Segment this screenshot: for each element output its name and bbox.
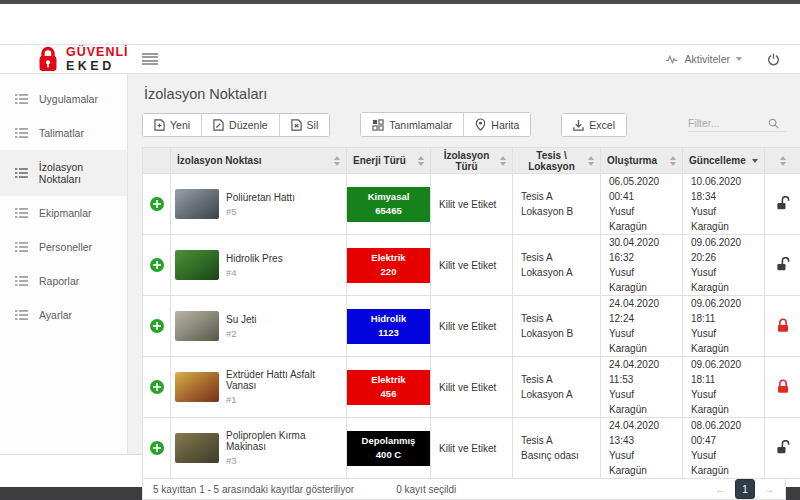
sidebar-item-raporlar[interactable]: Raporlar (0, 264, 127, 298)
lock-icon[interactable] (776, 379, 790, 394)
sidebar-item-label: Ayarlar (39, 309, 72, 321)
sidebar-nav: Uygulamalar Talimatlar İzolasyon Noktala… (0, 74, 128, 454)
pagination: ← 1 → (715, 479, 775, 499)
file-plus-icon (154, 119, 165, 131)
table-row[interactable]: Extrüder Hattı Asfalt Vanası#1 Elektrik4… (143, 357, 800, 418)
activities-label: Aktiviteler (684, 53, 730, 65)
top-whitespace (0, 4, 800, 44)
isolation-points-table: İzolasyon Noktası Enerji Türü İzolasyon … (142, 147, 800, 479)
row-id: #5 (226, 206, 295, 217)
row-name: Su Jeti (226, 314, 257, 325)
delete-button-label: Sil (307, 119, 319, 131)
row-updated: 09.06.2020 18:11Yusuf Karagün (683, 296, 765, 357)
sort-icon[interactable] (588, 156, 594, 166)
unlock-icon[interactable] (776, 196, 790, 211)
row-name: Poliüretan Hattı (226, 192, 295, 203)
main-content: İzolasyon Noktaları Yeni Düzenle Sil (128, 74, 800, 454)
definitions-button[interactable]: Tanımlamalar (361, 113, 463, 136)
sidebar-item-uygulamalar[interactable]: Uygulamalar (0, 82, 127, 116)
table-header-row: İzolasyon Noktası Enerji Türü İzolasyon … (143, 148, 800, 174)
expand-row-icon[interactable] (150, 441, 164, 455)
table-row[interactable]: Hidrolik Pres#4 Elektrik220 Kilit ve Eti… (143, 235, 800, 296)
row-thumbnail (175, 311, 219, 341)
brand-name-line1: GÜVENLİ (66, 46, 129, 59)
sidebar-item-ayarlar[interactable]: Ayarlar (0, 298, 127, 332)
activities-menu[interactable]: Aktiviteler (665, 53, 742, 65)
sidebar-item-ekipmanlar[interactable]: Ekipmanlar (0, 196, 127, 230)
app-header: GÜVENLİ EKED Aktiviteler (0, 44, 800, 74)
row-isolation-type: Kilit ve Etiket (431, 357, 513, 418)
map-pin-icon (475, 118, 486, 131)
row-name: Hidrolik Pres (226, 253, 283, 264)
row-facility-location: Tesis ALokasyon B (513, 174, 601, 235)
row-thumbnail (175, 372, 219, 402)
sort-icon[interactable] (500, 156, 506, 166)
sort-icon[interactable] (334, 156, 340, 166)
current-page-button[interactable]: 1 (735, 479, 755, 499)
list-icon (15, 275, 28, 287)
map-button-label: Harita (491, 119, 519, 131)
row-created: 06.05.2020 00:41Yusuf Karagün (601, 174, 683, 235)
logout-power-button[interactable] (767, 53, 780, 66)
row-created: 30.04.2020 16:32Yusuf Karagün (601, 235, 683, 296)
page-title: İzolasyon Noktaları (144, 86, 786, 102)
delete-button[interactable]: Sil (279, 114, 330, 136)
excel-export-button[interactable]: Excel (562, 114, 626, 136)
row-facility-location: Tesis ALokasyon B (513, 296, 601, 357)
unlock-icon[interactable] (776, 257, 790, 272)
expand-row-icon[interactable] (150, 258, 164, 272)
header-status-column (143, 148, 171, 174)
energy-badge: Elektrik456 (347, 370, 430, 405)
activity-pulse-icon (665, 54, 678, 65)
row-isolation-type: Kilit ve Etiket (431, 235, 513, 296)
next-page-button[interactable]: → (764, 483, 775, 495)
definitions-button-label: Tanımlamalar (389, 119, 452, 131)
sidebar-item-personeller[interactable]: Personeller (0, 230, 127, 264)
file-edit-icon (213, 119, 224, 131)
padlock-logo-icon (36, 46, 60, 72)
header-energy-type[interactable]: Enerji Türü (347, 148, 431, 174)
energy-badge: Depolanmış400 C (347, 431, 430, 466)
header-isolation-point[interactable]: İzolasyon Noktası (171, 148, 347, 174)
row-name: Extrüder Hattı Asfalt Vanası (226, 369, 342, 391)
row-id: #1 (226, 394, 342, 405)
row-updated: 10.06.2020 18:34Yusuf Karagün (683, 174, 765, 235)
sort-icon[interactable] (780, 156, 786, 166)
sidebar-item-label: İzolasyon Noktaları (39, 161, 127, 185)
expand-row-icon[interactable] (150, 380, 164, 394)
list-icon (15, 127, 28, 139)
sort-desc-icon[interactable] (752, 159, 758, 163)
row-id: #3 (226, 455, 342, 466)
expand-row-icon[interactable] (150, 319, 164, 333)
expand-row-icon[interactable] (150, 197, 164, 211)
sidebar-item-talimatlar[interactable]: Talimatlar (0, 116, 127, 150)
table-row[interactable]: Poliüretan Hattı#5 Kimyasal65465 Kilit v… (143, 174, 800, 235)
list-icon (15, 207, 28, 219)
row-updated: 09.06.2020 20:26Yusuf Karagün (683, 235, 765, 296)
sidebar-item-izolasyon-noktalari[interactable]: İzolasyon Noktaları (0, 150, 127, 196)
header-created[interactable]: Oluşturma (601, 148, 683, 174)
menu-toggle-icon[interactable] (142, 53, 158, 65)
tools-button-group: Tanımlamalar Harita (360, 112, 531, 137)
sort-icon[interactable] (418, 156, 424, 166)
header-lock-column[interactable] (765, 148, 800, 174)
header-isolation-type[interactable]: İzolasyon Türü (431, 148, 513, 174)
prev-page-button[interactable]: ← (715, 483, 726, 495)
map-button[interactable]: Harita (463, 113, 530, 136)
filter-input[interactable] (688, 117, 768, 129)
row-facility-location: Tesis ALokasyon A (513, 235, 601, 296)
list-icon (15, 167, 28, 179)
sort-icon[interactable] (670, 156, 676, 166)
row-id: #2 (226, 328, 257, 339)
energy-badge: Hidrolik1123 (347, 309, 430, 344)
header-updated[interactable]: Güncelleme (683, 148, 765, 174)
edit-button[interactable]: Düzenle (201, 114, 279, 136)
table-row[interactable]: Poliproplen Kırma Makinası#3 Depolanmış4… (143, 418, 800, 479)
unlock-icon[interactable] (776, 440, 790, 455)
table-footer: 5 kayıttan 1 - 5 arasındaki kayıtlar gös… (142, 479, 786, 500)
lock-icon[interactable] (776, 318, 790, 333)
table-row[interactable]: Su Jeti#2 Hidrolik1123 Kilit ve Etiket T… (143, 296, 800, 357)
header-facility-location[interactable]: Tesis \ Lokasyon (513, 148, 601, 174)
new-button[interactable]: Yeni (143, 114, 201, 136)
brand-logo[interactable]: GÜVENLİ EKED (36, 46, 128, 72)
